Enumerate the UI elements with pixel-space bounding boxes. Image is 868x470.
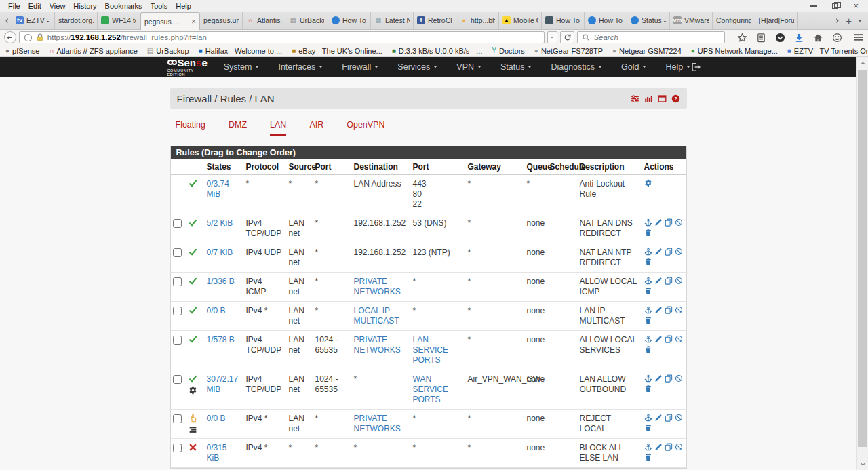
states-link[interactable]: 307/2.17 MiB [207, 374, 239, 394]
gear-icon[interactable] [644, 179, 652, 187]
nav-diagnostics[interactable]: Diagnostics [551, 62, 603, 72]
browser-tab[interactable]: fRetroClinic [414, 12, 456, 29]
copy-icon[interactable] [665, 277, 673, 285]
rule-select-checkbox[interactable] [173, 414, 182, 423]
browser-tab[interactable]: Configuring ... [713, 12, 755, 29]
bookmark-item[interactable]: ■eBay - The UK's Online... [292, 47, 382, 55]
destination-alias-link[interactable]: PRIVATE NETWORKS [354, 277, 401, 296]
nav-interfaces[interactable]: Interfaces [278, 62, 323, 72]
move-anchor-icon[interactable] [644, 374, 652, 383]
disable-icon[interactable] [675, 335, 683, 343]
tab-openvpn[interactable]: OpenVPN [347, 120, 384, 136]
rule-row[interactable]: 0/0 BIPv4 *LAN net*PRIVATE NETWORKS**non… [171, 410, 686, 439]
destination-alias-link[interactable]: PRIVATE NETWORKS [354, 414, 401, 433]
move-anchor-icon[interactable] [644, 335, 652, 343]
browser-tab[interactable]: vmVMware ... [670, 12, 713, 29]
nav-system[interactable]: System [224, 62, 260, 72]
bookmark-item[interactable]: ●Netgear GSM7224 [612, 47, 682, 55]
menu-help[interactable]: Help [172, 1, 195, 11]
states-link[interactable]: 5/2 KiB [207, 218, 233, 228]
edit-icon[interactable] [654, 248, 663, 256]
disable-icon[interactable] [675, 374, 683, 383]
delete-icon[interactable] [644, 424, 652, 432]
rule-row[interactable]: 0/3.74 MiB***LAN Address4438022**Anti-Lo… [171, 175, 686, 214]
url-bar[interactable]: https://192.168.1.252/firewall_rules.php… [19, 31, 545, 43]
disable-icon[interactable] [675, 277, 683, 285]
rule-select-checkbox[interactable] [173, 248, 182, 257]
edit-icon[interactable] [654, 414, 663, 422]
rule-row[interactable]: 1/578 BIPv4 TCP/UDPLAN net1024 - 65535PR… [171, 331, 686, 370]
delete-icon[interactable] [644, 345, 652, 353]
delete-icon[interactable] [644, 258, 652, 266]
browser-tab[interactable]: tvEZTV - T... [12, 12, 55, 29]
bookmark-item[interactable]: YDoctors [492, 47, 525, 55]
pfsense-logo[interactable]: Sense COMMUNITY EDITION [167, 58, 208, 77]
bookmark-item[interactable]: ∩Atlantis // ZFS appliance [49, 47, 137, 55]
states-link[interactable]: 0/0 B [207, 414, 226, 423]
edit-icon[interactable] [654, 277, 663, 285]
delete-icon[interactable] [644, 229, 652, 237]
nav-status[interactable]: Status [500, 62, 532, 72]
port-alias-link[interactable]: LAN SERVICE PORTS [413, 335, 448, 365]
browser-tab[interactable]: How To S... [585, 12, 627, 29]
edit-icon[interactable] [654, 306, 663, 314]
rule-row[interactable]: 0/7 KiBIPv4 UDPLAN net*192.168.1.252123 … [171, 243, 686, 273]
delete-icon[interactable] [644, 316, 652, 324]
states-link[interactable]: 1/578 B [207, 335, 235, 345]
edit-icon[interactable] [654, 218, 663, 227]
restore-button[interactable] [832, 3, 838, 9]
browser-tab[interactable]: ▲http...bh=1 [456, 12, 499, 29]
page-scrollbar[interactable] [856, 57, 868, 470]
disable-icon[interactable] [675, 443, 683, 451]
disable-icon[interactable] [675, 248, 683, 256]
copy-icon[interactable] [665, 414, 673, 422]
tab-list-dropdown-icon[interactable] [857, 16, 863, 25]
states-link[interactable]: 0/7 KiB [207, 248, 233, 257]
bookmark-item[interactable]: ▤UrBackup [147, 47, 189, 55]
nav-services[interactable]: Services [397, 62, 438, 72]
browser-tab[interactable]: pegasus.univ... [200, 12, 243, 29]
browser-tab[interactable]: Status - A... [627, 12, 670, 29]
reload-button[interactable] [560, 31, 575, 43]
scrollbar-thumb[interactable] [858, 70, 867, 447]
disable-icon[interactable] [675, 414, 683, 422]
destination-alias-link[interactable]: PRIVATE NETWORKS [354, 335, 401, 355]
tab-scroll-left-button[interactable] [1, 12, 12, 29]
copy-icon[interactable] [665, 374, 673, 383]
browser-tab[interactable]: ▦Latest Ne... [371, 12, 414, 29]
menu-history[interactable]: History [69, 1, 100, 11]
browser-tab[interactable]: ▤UrBackup... [285, 12, 328, 29]
close-tab-icon[interactable]: × [191, 18, 196, 26]
copy-icon[interactable] [665, 218, 673, 227]
menu-file[interactable]: File [4, 1, 24, 11]
move-anchor-icon[interactable] [644, 218, 652, 227]
menu-tools[interactable]: Tools [146, 1, 172, 11]
help-icon[interactable] [671, 94, 680, 103]
logout-icon[interactable] [691, 62, 701, 72]
states-link[interactable]: 0/0 B [207, 306, 226, 315]
copy-icon[interactable] [665, 443, 673, 451]
rule-row[interactable]: 1/336 BIPv4 ICMPLAN net*PRIVATE NETWORKS… [171, 273, 686, 302]
tab-floating[interactable]: Floating [176, 120, 205, 136]
nav-vpn[interactable]: VPN [456, 62, 482, 72]
move-anchor-icon[interactable] [644, 306, 652, 314]
browser-tab[interactable]: WF14 to f... [98, 12, 140, 29]
rule-select-checkbox[interactable] [173, 307, 182, 315]
menu-edit[interactable]: Edit [24, 1, 45, 11]
filter-sliders-icon[interactable] [631, 94, 639, 103]
states-link[interactable]: 0/315 KiB [207, 443, 227, 463]
nav-gold[interactable]: Gold [621, 62, 647, 72]
rule-select-checkbox[interactable] [173, 277, 182, 286]
rule-row[interactable]: 0/315 KiBIPv4 ******noneBLOCK ALL ELSE L… [171, 439, 686, 468]
new-tab-button[interactable]: + [846, 15, 852, 26]
browser-tab[interactable]: ▲Mobile C... [499, 12, 542, 29]
edit-icon[interactable] [654, 335, 663, 343]
bookmark-item[interactable]: ●UPS Network Manage... [691, 47, 778, 55]
states-link[interactable]: 1/336 B [207, 277, 235, 286]
minimize-button[interactable] [810, 5, 817, 7]
tab-air[interactable]: AIR [309, 120, 323, 136]
destination-alias-link[interactable]: LOCAL IP MULTICAST [354, 306, 399, 326]
bookmark-item[interactable]: ■Halifax - Welcome to ... [199, 47, 283, 55]
move-anchor-icon[interactable] [644, 248, 652, 256]
bookmark-item[interactable]: ■EZTV - TV Torrents On... [787, 47, 868, 55]
